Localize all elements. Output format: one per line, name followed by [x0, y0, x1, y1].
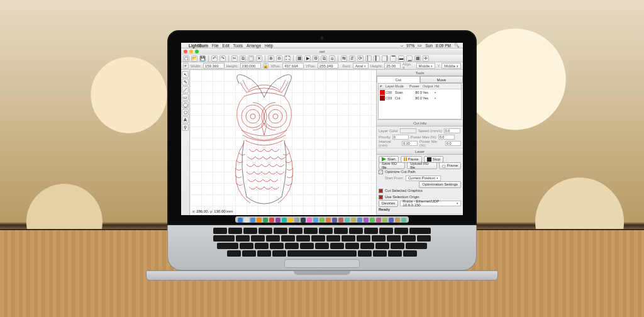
polygon-tool-icon[interactable]: ⬠	[182, 109, 189, 116]
rotate-button[interactable]: ⟳	[357, 55, 364, 62]
laptop-mockup: LightBurn File Edit Tools Arrange Help ⌵…	[167, 30, 477, 281]
new-button[interactable]: ▢	[183, 55, 189, 62]
priority-input[interactable]: 0	[392, 135, 409, 140]
settings-button[interactable]: ⚙	[313, 55, 319, 62]
use-origin-checkbox[interactable]: ✓	[379, 195, 383, 199]
owl-design-artwork	[195, 70, 346, 215]
ungroup-button[interactable]: ⧈	[329, 55, 335, 62]
mirror-v-button[interactable]: ⇵	[349, 55, 355, 62]
location-tool-icon[interactable]: ⚲	[182, 124, 189, 131]
cut-selected-checkbox[interactable]: ✓	[379, 189, 383, 193]
ypos-label: YPos:	[306, 64, 316, 68]
menu-help[interactable]: Help	[265, 43, 273, 48]
text-tool-icon[interactable]: A	[182, 116, 189, 123]
minimize-icon[interactable]	[189, 50, 193, 53]
frame-icon: ▢	[442, 164, 446, 168]
cursor-coords-readout: x: 286.00, y: 130.00 mm	[191, 209, 234, 213]
save-button[interactable]: 💾	[199, 55, 206, 62]
frame-button[interactable]: ▢Frame	[439, 162, 461, 169]
grid-button[interactable]: ▦	[414, 55, 421, 62]
start-from-select[interactable]: Current Position	[406, 175, 441, 181]
spotlight-icon[interactable]: 🔍	[454, 43, 459, 48]
app-body: ↖ ✎ ／ ▭ ◯ ⬠ A ⚲	[181, 70, 463, 215]
laptop-camera	[321, 36, 324, 40]
menu-edit[interactable]: Edit	[223, 43, 230, 48]
preview-button[interactable]: ▶	[304, 55, 311, 62]
cuts-table[interactable]: # Layer Mode Power Output Hd C00Scan80.0…	[378, 83, 462, 120]
design-canvas[interactable]: x: 286.00, y: 130.00 mm	[190, 70, 376, 215]
cuts-row[interactable]: C03Cut80.0Yes•	[379, 95, 461, 101]
cut-button[interactable]: ✂	[231, 55, 238, 62]
speed-input[interactable]: 0.0	[444, 128, 460, 133]
align-left-button[interactable]: ▏	[365, 55, 372, 62]
menu-tools[interactable]: Tools	[233, 43, 243, 48]
play-icon	[382, 157, 386, 162]
menu-file[interactable]: File	[212, 43, 218, 48]
rect-tool-icon[interactable]: ▭	[182, 94, 189, 101]
position-icon[interactable]: ⌖	[183, 63, 189, 69]
tab-cut[interactable]: Cut	[377, 76, 420, 83]
font-label: Font:	[342, 64, 351, 68]
battery-percent: 97%	[406, 43, 414, 48]
app-screen: LightBurn File Edit Tools Arrange Help ⌵…	[181, 43, 463, 215]
close-icon[interactable]	[184, 50, 187, 53]
edit-nodes-tool-icon[interactable]: ✎	[182, 79, 189, 86]
devices-button[interactable]: Devices	[379, 200, 398, 207]
zoom-icon[interactable]	[195, 50, 199, 53]
opt-settings-button[interactable]: Optimization Settings	[419, 181, 461, 188]
font-select[interactable]: Arial	[353, 63, 369, 69]
lock-aspect-icon[interactable]: 🔒	[263, 63, 269, 69]
laser-title: Laser	[377, 148, 463, 155]
align-top-button[interactable]: ▔	[390, 55, 396, 62]
shape-props-section: Shape Properties Power Scale 100.00 %	[377, 214, 463, 215]
xpos-label: XPos:	[270, 64, 280, 68]
power-min-input[interactable]: 0.0	[445, 141, 461, 146]
select-all-button[interactable]: ▦	[296, 55, 303, 62]
align-bottom-button[interactable]: ▁	[406, 55, 413, 62]
app-name[interactable]: LightBurn	[189, 43, 208, 48]
align-right-button[interactable]: ▕	[382, 55, 388, 62]
delete-button[interactable]: ✕	[256, 55, 262, 62]
align-center-button[interactable]: ▎	[374, 55, 380, 62]
power-max-input[interactable]: 0.0	[438, 135, 455, 140]
main-toolbar: ▢ 📂 💾 ↶ ↷ ✂ ⧉ 📋 ✕ ⊕ ⊖ ⛶ ▦	[181, 55, 463, 62]
zoom-fit-button[interactable]: ⛶	[284, 55, 291, 62]
save-rd-button[interactable]: Save RD file	[379, 162, 405, 169]
clock-day: Sun	[425, 43, 433, 48]
wifi-icon[interactable]: ⌵	[401, 43, 403, 48]
height-input[interactable]: 230.000	[240, 63, 262, 69]
tab-move[interactable]: Move	[420, 76, 464, 83]
redo-button[interactable]: ↷	[219, 55, 226, 62]
select-tool-icon[interactable]: ↖	[182, 71, 189, 78]
aligny-select[interactable]: Middle	[441, 63, 461, 69]
clock-time: 8:09 PM	[436, 43, 451, 48]
align-middle-button[interactable]: ▬	[398, 55, 404, 62]
mirror-h-button[interactable]: ⇋	[341, 55, 347, 62]
line-tool-icon[interactable]: ／	[182, 86, 189, 93]
paste-button[interactable]: 📋	[248, 55, 254, 62]
undo-button[interactable]: ↶	[211, 55, 218, 62]
optimize-checkbox[interactable]: ✓	[379, 170, 383, 174]
cuts-header-row: # Layer Mode Power Output Hd	[379, 84, 461, 89]
menu-arrange[interactable]: Arrange	[247, 43, 261, 48]
alignx-select[interactable]: Middle	[416, 63, 436, 69]
tools-panel-title: Tools	[377, 70, 463, 76]
ellipse-tool-icon[interactable]: ◯	[182, 101, 189, 108]
open-button[interactable]: 📂	[191, 55, 197, 62]
interval-input[interactable]: 0.10	[402, 141, 418, 146]
zoom-out-button[interactable]: ⊖	[276, 55, 282, 62]
laptop-keyboard	[167, 225, 477, 270]
device-select[interactable]: Ruida - Ethernet/UDP : 10.0.0.150	[400, 201, 461, 206]
cuts-row[interactable]: C00Scan80.0Yes•	[379, 89, 461, 95]
width-input[interactable]: 159.369	[203, 63, 225, 69]
zoom-in-button[interactable]: ⊕	[268, 55, 274, 62]
snap-button[interactable]: ✛	[423, 55, 429, 62]
ypos-input[interactable]: 255.149	[318, 63, 339, 69]
xpos-input[interactable]: 437.694	[282, 63, 304, 69]
copy-button[interactable]: ⧉	[240, 55, 246, 62]
upload-rd-button[interactable]: Upload RD file	[407, 162, 436, 169]
stop-icon	[427, 157, 431, 162]
group-button[interactable]: ⧉	[321, 55, 327, 62]
font-height-input[interactable]: 25.00	[384, 63, 401, 69]
measure-toolbar: ⌖ Width: 159.369 Height: 230.000 🔒 XPos:…	[181, 62, 463, 70]
